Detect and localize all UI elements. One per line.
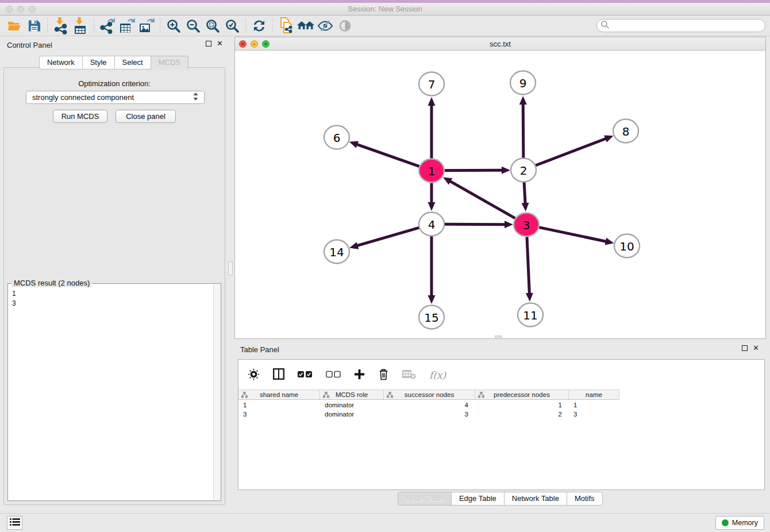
tab-select[interactable]: Select [115, 56, 151, 70]
tab-node-table[interactable]: Node Table [398, 492, 452, 506]
float-panel-icon[interactable] [206, 41, 211, 47]
graph-edge-3-1[interactable] [443, 177, 516, 218]
export-table-icon[interactable] [117, 17, 137, 34]
window-resize-handle[interactable] [495, 336, 502, 339]
column-header-successor-nodes[interactable]: successor nodes [384, 390, 475, 399]
table-row[interactable]: 1dominator411 [238, 400, 764, 410]
task-history-button[interactable] [7, 516, 22, 530]
table-row[interactable]: 3dominator323 [238, 410, 764, 419]
table-cell[interactable]: dominator [320, 410, 384, 419]
graph-node-11[interactable]: 11 [518, 303, 543, 327]
delete-row-icon[interactable] [378, 368, 389, 383]
memory-button[interactable]: Memory [715, 516, 764, 530]
tab-motifs[interactable]: Motifs [567, 492, 603, 506]
table-settings-icon[interactable] [248, 368, 260, 383]
table-cell[interactable]: 1 [475, 400, 569, 410]
zoom-out-icon[interactable] [183, 17, 203, 34]
table-cell[interactable]: 3 [384, 410, 475, 419]
tab-mcds[interactable]: MCDS [151, 56, 188, 70]
graph-edge-4-14[interactable] [349, 228, 420, 249]
graph-edge-3-10[interactable] [538, 227, 614, 245]
column-header-name[interactable]: name [569, 390, 619, 399]
graph-edge-2-8[interactable] [535, 135, 614, 165]
graph-node-9[interactable]: 9 [510, 71, 536, 95]
import-table-icon[interactable] [71, 17, 90, 34]
export-network-icon[interactable] [98, 17, 117, 34]
apply-layout-icon[interactable] [249, 17, 269, 34]
first-neighbors-icon[interactable] [296, 17, 315, 34]
graph-node-1[interactable]: 1 [419, 159, 444, 183]
svg-text:4: 4 [428, 218, 436, 232]
result-line: 3 [12, 299, 221, 309]
control-panel-header: Control Panel ✕ [0, 37, 228, 54]
table-cell[interactable]: dominator [320, 400, 384, 410]
select-all-icon[interactable] [298, 370, 313, 380]
table-cell[interactable]: 1 [569, 400, 619, 410]
column-header-shared-name[interactable]: shared name [238, 390, 320, 399]
graph-edge-1-7[interactable] [428, 97, 436, 159]
graph-edge-1-6[interactable] [349, 141, 420, 167]
graph-edge-1-2[interactable] [444, 167, 510, 174]
table-cell[interactable]: 3 [569, 410, 619, 419]
graph-edge-1-4[interactable] [428, 183, 436, 211]
table-panel-tabs: Node TableEdge TableNetwork TableMotifs [234, 492, 766, 506]
tab-edge-table[interactable]: Edge Table [452, 492, 505, 506]
svg-text:9: 9 [519, 76, 527, 90]
close-panel-icon[interactable]: ✕ [217, 41, 223, 47]
table-cell[interactable]: 2 [475, 410, 569, 419]
graph-node-15[interactable]: 15 [419, 306, 444, 329]
zoom-in-icon[interactable] [164, 17, 183, 34]
hide-selected-icon[interactable] [315, 17, 335, 34]
table-cell[interactable]: 4 [384, 400, 475, 410]
search-input[interactable] [610, 22, 761, 30]
panel-splitter-handle[interactable] [228, 261, 233, 275]
control-panel-title: Control Panel [7, 41, 52, 49]
search-box[interactable] [596, 19, 765, 32]
import-network-icon[interactable] [51, 17, 71, 34]
zoom-selected-icon[interactable] [222, 17, 242, 34]
graph-edge-2-3[interactable] [522, 182, 529, 211]
deselect-all-icon[interactable] [326, 370, 341, 380]
svg-text:6: 6 [333, 131, 341, 145]
column-hierarchy-icon [241, 392, 248, 399]
result-scrollbar[interactable] [213, 284, 220, 500]
memory-status-icon [722, 519, 729, 526]
add-row-icon[interactable] [354, 369, 365, 382]
clone-network-icon[interactable] [276, 17, 296, 34]
export-image-icon[interactable] [137, 17, 156, 34]
close-panel-button[interactable]: Close panel [116, 110, 176, 123]
graph-edge-4-3[interactable] [444, 221, 513, 228]
run-mcds-button[interactable]: Run MCDS [53, 110, 107, 123]
table-cell[interactable]: 1 [238, 400, 320, 410]
float-table-panel-icon[interactable] [742, 345, 748, 351]
graph-node-14[interactable]: 14 [324, 240, 349, 264]
tab-network-table[interactable]: Network Table [505, 492, 567, 506]
network-canvas[interactable]: 7968124314101511 [235, 51, 765, 338]
toolbar-separator [160, 18, 160, 34]
zoom-fit-icon[interactable] [203, 17, 222, 34]
column-header-predecessor-nodes[interactable]: predecessor nodes [475, 390, 569, 399]
tab-network[interactable]: Network [39, 56, 83, 70]
criterion-dropdown[interactable]: strongly connected component [26, 91, 205, 104]
graph-node-4[interactable]: 4 [419, 213, 444, 236]
save-session-icon[interactable] [24, 17, 44, 34]
graph-node-3[interactable]: 3 [514, 213, 539, 237]
graph-node-10[interactable]: 10 [614, 234, 640, 258]
graph-node-8[interactable]: 8 [613, 119, 638, 143]
tab-style[interactable]: Style [83, 56, 115, 70]
graph-edge-4-15[interactable] [428, 236, 436, 304]
svg-text:15: 15 [424, 311, 438, 325]
mcds-result-box: MCDS result (2 nodes) 13 [7, 283, 221, 501]
column-layout-icon[interactable] [273, 368, 284, 382]
graph-node-7[interactable]: 7 [419, 72, 444, 96]
open-folder-icon[interactable] [5, 17, 24, 34]
column-header-MCDS-role[interactable]: MCDS role [320, 390, 384, 399]
table-cell[interactable]: 3 [238, 410, 320, 419]
graph-edge-2-9[interactable] [519, 96, 527, 158]
svg-text:10: 10 [619, 240, 634, 253]
close-table-panel-icon[interactable]: ✕ [753, 345, 759, 351]
graph-edge-3-11[interactable] [526, 237, 533, 302]
graph-node-2[interactable]: 2 [511, 159, 536, 182]
network-window-titlebar[interactable]: ✕ − + scc.txt [235, 37, 765, 51]
graph-node-6[interactable]: 6 [324, 126, 349, 149]
